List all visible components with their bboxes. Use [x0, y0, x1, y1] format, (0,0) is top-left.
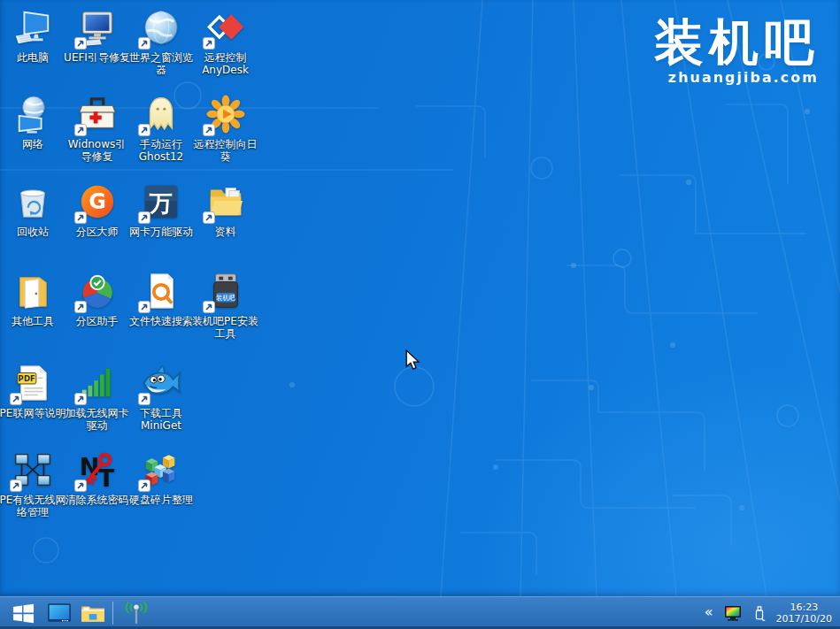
shortcut-arrow-icon: [203, 124, 215, 136]
clock-time: 16:23: [776, 602, 832, 613]
wireless-antenna-button[interactable]: [116, 597, 157, 629]
svg-text:PDF: PDF: [19, 374, 35, 383]
desktop-icon-zhuangjiba-pe-installer[interactable]: 装机吧装机吧PE安装 工具: [194, 271, 258, 340]
toolbox-icon: [77, 94, 118, 134]
file-explorer-button[interactable]: [76, 597, 110, 629]
svg-text:T: T: [97, 464, 114, 490]
shortcut-arrow-icon: [74, 301, 87, 313]
shortcut-arrow-icon: [138, 479, 150, 492]
blue-window-icon: [47, 602, 72, 624]
pe-desktop-screen: { "desktop": { "logo": { "title": "装机吧",…: [0, 0, 840, 629]
pdf-doc-icon: PDF: [12, 363, 53, 403]
signal-bars-icon: [77, 363, 118, 403]
network-nodes-icon: [12, 449, 53, 490]
taskbar: « 16:23 2017/10/20: [0, 596, 840, 629]
desktop-icon-label: 装机吧PE安装 工具: [176, 315, 275, 340]
desktop-icon-label: 远程控制向日 葵: [176, 138, 275, 163]
shortcut-arrow-icon: [138, 301, 150, 313]
desktop-icon-pe-network-manager[interactable]: PE有线无线网 络管理: [1, 449, 65, 518]
taskbar-separator: [112, 602, 113, 625]
taskbar-clock[interactable]: 16:23 2017/10/20: [776, 602, 832, 625]
antenna-icon: [122, 602, 150, 625]
usb-eject-icon[interactable]: [752, 604, 767, 623]
desktop-icon-label: 资料: [176, 226, 275, 238]
svg-text:装机吧: 装机吧: [216, 294, 235, 302]
anydesk-icon: [205, 7, 246, 48]
shortcut-arrow-icon: [10, 479, 22, 492]
display-settings-icon[interactable]: [723, 604, 743, 622]
shark-icon: [141, 363, 181, 403]
recycle-bin-icon: [12, 181, 53, 222]
clock-date: 2017/10/20: [776, 613, 832, 625]
network-globe-icon: [12, 94, 53, 134]
desktop-icon-data-folder[interactable]: 资料: [194, 181, 258, 238]
shortcut-arrow-icon: [74, 393, 87, 405]
wan-chip-icon: 万: [141, 181, 181, 222]
folder-open-icon: [12, 271, 53, 311]
desktop-icon-label: 远程控制 AnyDesk: [176, 51, 275, 76]
shortcut-arrow-icon: [138, 37, 150, 50]
shortcut-arrow-icon: [74, 124, 87, 136]
diskgenius-icon: G: [77, 181, 118, 222]
explorer-folder-icon: [81, 602, 105, 624]
defrag-blocks-icon: [141, 449, 181, 490]
brand-logo-title: 装机吧: [654, 14, 819, 71]
desktop[interactable]: 装机吧 zhuangjiba.com 此电脑UEFI引导修复世界之窗浏览 器远程…: [0, 0, 840, 596]
svg-text:万: 万: [149, 190, 173, 217]
shortcut-arrow-icon: [138, 393, 150, 405]
desktop-icon-sunflower-remote-control[interactable]: 远程控制向日 葵: [194, 94, 258, 163]
ghost-icon: [141, 94, 181, 134]
taskbar-buttons: [0, 597, 157, 629]
usb-stick-icon: 装机吧: [205, 271, 246, 311]
mouse-cursor-icon: [405, 349, 420, 372]
shortcut-arrow-icon: [203, 211, 215, 224]
shortcut-arrow-icon: [74, 211, 87, 224]
doc-search-icon: [141, 271, 181, 311]
sunflower-icon: [205, 94, 246, 134]
svg-text:G: G: [89, 189, 106, 214]
shortcut-arrow-icon: [203, 37, 215, 50]
pc-repair-icon: [77, 7, 118, 48]
desktop-icon-label: 硬盘碎片整理: [112, 494, 211, 506]
desktop-icon-anydesk-remote-control[interactable]: 远程控制 AnyDesk: [194, 7, 258, 76]
shortcut-arrow-icon: [10, 393, 22, 405]
shortcut-arrow-icon: [74, 37, 87, 50]
system-tray: « 16:23 2017/10/20: [705, 597, 832, 629]
shortcut-arrow-icon: [203, 301, 215, 313]
brand-logo: 装机吧 zhuangjiba.com: [654, 14, 819, 86]
pie-check-icon: [77, 271, 118, 311]
nt-key-icon: NT: [77, 449, 118, 490]
globe-browser-icon: [141, 7, 181, 48]
desktop-icon-disk-defrag[interactable]: 硬盘碎片整理: [129, 449, 193, 506]
pe-tool-window-button[interactable]: [42, 597, 76, 629]
shortcut-arrow-icon: [74, 479, 87, 492]
desktop-icon-label: 下载工具 MiniGet: [112, 407, 211, 432]
tray-expand-chevron-icon[interactable]: «: [705, 605, 713, 621]
brand-logo-subtitle: zhuangjiba.com: [654, 69, 819, 86]
start-button[interactable]: [4, 597, 42, 629]
windows-logo-icon: [12, 602, 35, 625]
svg-text:N: N: [79, 453, 98, 480]
desktop-icon-miniget-downloader[interactable]: 下载工具 MiniGet: [129, 363, 193, 432]
this-pc-icon: [12, 7, 53, 48]
folder-docs-icon: [205, 181, 246, 222]
shortcut-arrow-icon: [138, 124, 150, 136]
shortcut-arrow-icon: [138, 211, 150, 224]
